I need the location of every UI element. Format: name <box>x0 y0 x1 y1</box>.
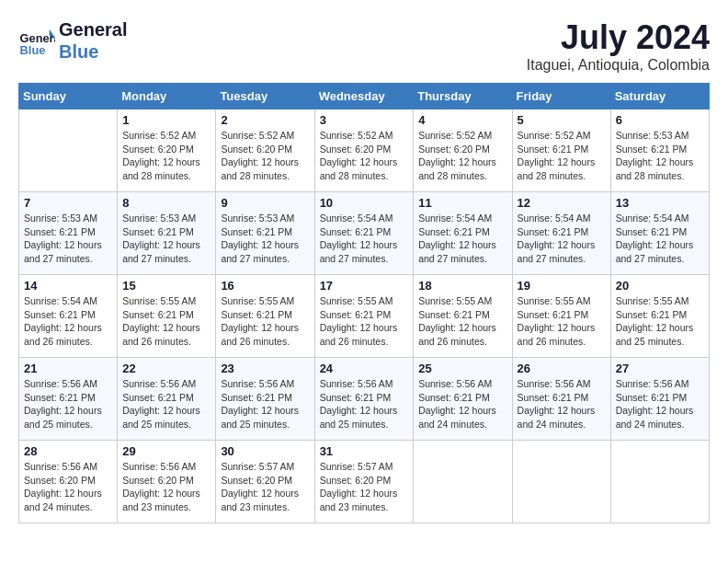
day-number: 22 <box>122 362 210 375</box>
day-info: Sunrise: 5:52 AM Sunset: 6:20 PM Dayligh… <box>122 129 210 183</box>
page-header: General Blue General Blue July 2024 Itag… <box>18 18 710 74</box>
day-info: Sunrise: 5:54 AM Sunset: 6:21 PM Dayligh… <box>24 294 112 349</box>
week-row-4: 21Sunrise: 5:56 AM Sunset: 6:21 PM Dayli… <box>19 358 710 441</box>
calendar-header-saturday: Saturday <box>610 84 709 109</box>
day-info: Sunrise: 5:56 AM Sunset: 6:21 PM Dayligh… <box>320 377 409 431</box>
calendar-table: SundayMondayTuesdayWednesdayThursdayFrid… <box>18 83 710 523</box>
calendar-cell: 27Sunrise: 5:56 AM Sunset: 6:21 PM Dayli… <box>610 358 709 441</box>
day-info: Sunrise: 5:55 AM Sunset: 6:21 PM Dayligh… <box>616 294 704 349</box>
calendar-cell: 23Sunrise: 5:56 AM Sunset: 6:21 PM Dayli… <box>216 358 314 441</box>
day-info: Sunrise: 5:56 AM Sunset: 6:21 PM Dayligh… <box>122 377 210 431</box>
calendar-cell: 9Sunrise: 5:53 AM Sunset: 6:21 PM Daylig… <box>216 192 314 275</box>
calendar-cell: 15Sunrise: 5:55 AM Sunset: 6:21 PM Dayli… <box>118 275 216 358</box>
day-info: Sunrise: 5:56 AM Sunset: 6:21 PM Dayligh… <box>221 377 309 431</box>
calendar-header-friday: Friday <box>512 84 610 109</box>
calendar-cell: 16Sunrise: 5:55 AM Sunset: 6:21 PM Dayli… <box>216 275 314 358</box>
day-info: Sunrise: 5:52 AM Sunset: 6:21 PM Dayligh… <box>518 129 606 183</box>
calendar-header-row: SundayMondayTuesdayWednesdayThursdayFrid… <box>19 84 710 109</box>
day-info: Sunrise: 5:52 AM Sunset: 6:20 PM Dayligh… <box>221 129 309 183</box>
day-info: Sunrise: 5:54 AM Sunset: 6:21 PM Dayligh… <box>616 212 704 266</box>
calendar-header-sunday: Sunday <box>19 84 118 109</box>
day-info: Sunrise: 5:57 AM Sunset: 6:20 PM Dayligh… <box>221 460 309 514</box>
week-row-2: 7Sunrise: 5:53 AM Sunset: 6:21 PM Daylig… <box>19 192 710 275</box>
logo-icon: General Blue <box>18 22 55 59</box>
day-number: 6 <box>616 113 704 127</box>
calendar-cell: 6Sunrise: 5:53 AM Sunset: 6:21 PM Daylig… <box>610 109 709 192</box>
calendar-cell: 2Sunrise: 5:52 AM Sunset: 6:20 PM Daylig… <box>216 109 314 192</box>
day-info: Sunrise: 5:55 AM Sunset: 6:21 PM Dayligh… <box>122 294 210 349</box>
day-number: 5 <box>518 113 606 127</box>
month-year: July 2024 <box>527 18 710 57</box>
day-number: 3 <box>320 113 409 127</box>
day-number: 30 <box>221 444 309 458</box>
day-info: Sunrise: 5:53 AM Sunset: 6:21 PM Dayligh… <box>122 212 210 266</box>
calendar-header-monday: Monday <box>118 84 216 109</box>
calendar-cell: 18Sunrise: 5:55 AM Sunset: 6:21 PM Dayli… <box>414 275 512 358</box>
calendar-cell: 20Sunrise: 5:55 AM Sunset: 6:21 PM Dayli… <box>610 275 709 358</box>
day-info: Sunrise: 5:55 AM Sunset: 6:21 PM Dayligh… <box>320 294 409 349</box>
day-info: Sunrise: 5:56 AM Sunset: 6:21 PM Dayligh… <box>24 377 112 431</box>
title-block: July 2024 Itaguei, Antioquia, Colombia <box>527 18 710 74</box>
calendar-cell: 10Sunrise: 5:54 AM Sunset: 6:21 PM Dayli… <box>314 192 414 275</box>
day-info: Sunrise: 5:53 AM Sunset: 6:21 PM Dayligh… <box>616 129 704 183</box>
day-number: 29 <box>122 444 210 458</box>
logo-line2: Blue <box>59 40 127 63</box>
day-info: Sunrise: 5:54 AM Sunset: 6:21 PM Dayligh… <box>518 212 606 266</box>
day-number: 10 <box>320 196 409 210</box>
day-number: 24 <box>320 362 409 375</box>
day-number: 19 <box>518 279 606 293</box>
week-row-1: 1Sunrise: 5:52 AM Sunset: 6:20 PM Daylig… <box>19 109 710 192</box>
calendar-cell <box>512 441 610 523</box>
calendar-cell: 1Sunrise: 5:52 AM Sunset: 6:20 PM Daylig… <box>118 109 216 192</box>
day-number: 31 <box>320 444 409 458</box>
day-number: 8 <box>122 196 210 210</box>
calendar-cell: 25Sunrise: 5:56 AM Sunset: 6:21 PM Dayli… <box>414 358 512 441</box>
day-number: 12 <box>518 196 606 210</box>
day-number: 4 <box>418 113 506 127</box>
day-number: 17 <box>320 279 409 293</box>
day-number: 13 <box>616 196 704 210</box>
calendar-cell: 29Sunrise: 5:56 AM Sunset: 6:20 PM Dayli… <box>118 441 216 523</box>
calendar-cell <box>19 109 118 192</box>
day-number: 9 <box>221 196 309 210</box>
day-number: 25 <box>418 362 506 375</box>
calendar-cell: 24Sunrise: 5:56 AM Sunset: 6:21 PM Dayli… <box>314 358 414 441</box>
calendar-cell: 4Sunrise: 5:52 AM Sunset: 6:20 PM Daylig… <box>414 109 512 192</box>
calendar-cell: 11Sunrise: 5:54 AM Sunset: 6:21 PM Dayli… <box>414 192 512 275</box>
day-info: Sunrise: 5:53 AM Sunset: 6:21 PM Dayligh… <box>221 212 309 266</box>
day-info: Sunrise: 5:55 AM Sunset: 6:21 PM Dayligh… <box>518 294 606 349</box>
day-info: Sunrise: 5:54 AM Sunset: 6:21 PM Dayligh… <box>320 212 409 266</box>
day-number: 26 <box>518 362 606 375</box>
day-info: Sunrise: 5:55 AM Sunset: 6:21 PM Dayligh… <box>221 294 309 349</box>
day-info: Sunrise: 5:52 AM Sunset: 6:20 PM Dayligh… <box>418 129 506 183</box>
calendar-cell: 26Sunrise: 5:56 AM Sunset: 6:21 PM Dayli… <box>512 358 610 441</box>
day-info: Sunrise: 5:57 AM Sunset: 6:20 PM Dayligh… <box>320 460 409 514</box>
calendar-cell: 19Sunrise: 5:55 AM Sunset: 6:21 PM Dayli… <box>512 275 610 358</box>
day-number: 2 <box>221 113 309 127</box>
day-number: 28 <box>24 444 112 458</box>
week-row-5: 28Sunrise: 5:56 AM Sunset: 6:20 PM Dayli… <box>19 441 710 523</box>
day-info: Sunrise: 5:52 AM Sunset: 6:20 PM Dayligh… <box>320 129 409 183</box>
day-number: 21 <box>24 362 112 375</box>
day-number: 14 <box>24 279 112 293</box>
svg-text:Blue: Blue <box>20 43 46 57</box>
calendar-header-thursday: Thursday <box>414 84 512 109</box>
day-info: Sunrise: 5:53 AM Sunset: 6:21 PM Dayligh… <box>24 212 112 266</box>
week-row-3: 14Sunrise: 5:54 AM Sunset: 6:21 PM Dayli… <box>19 275 710 358</box>
day-number: 20 <box>616 279 704 293</box>
day-number: 1 <box>122 113 210 127</box>
calendar-cell: 5Sunrise: 5:52 AM Sunset: 6:21 PM Daylig… <box>512 109 610 192</box>
day-number: 7 <box>24 196 112 210</box>
calendar-cell: 17Sunrise: 5:55 AM Sunset: 6:21 PM Dayli… <box>314 275 414 358</box>
calendar-cell: 8Sunrise: 5:53 AM Sunset: 6:21 PM Daylig… <box>118 192 216 275</box>
day-info: Sunrise: 5:56 AM Sunset: 6:21 PM Dayligh… <box>518 377 606 431</box>
calendar-cell: 13Sunrise: 5:54 AM Sunset: 6:21 PM Dayli… <box>610 192 709 275</box>
day-number: 23 <box>221 362 309 375</box>
day-info: Sunrise: 5:56 AM Sunset: 6:20 PM Dayligh… <box>122 460 210 514</box>
day-number: 27 <box>616 362 704 375</box>
day-number: 15 <box>122 279 210 293</box>
day-info: Sunrise: 5:54 AM Sunset: 6:21 PM Dayligh… <box>418 212 506 266</box>
calendar-header-wednesday: Wednesday <box>314 84 414 109</box>
calendar-cell: 3Sunrise: 5:52 AM Sunset: 6:20 PM Daylig… <box>314 109 414 192</box>
calendar-cell: 30Sunrise: 5:57 AM Sunset: 6:20 PM Dayli… <box>216 441 314 523</box>
